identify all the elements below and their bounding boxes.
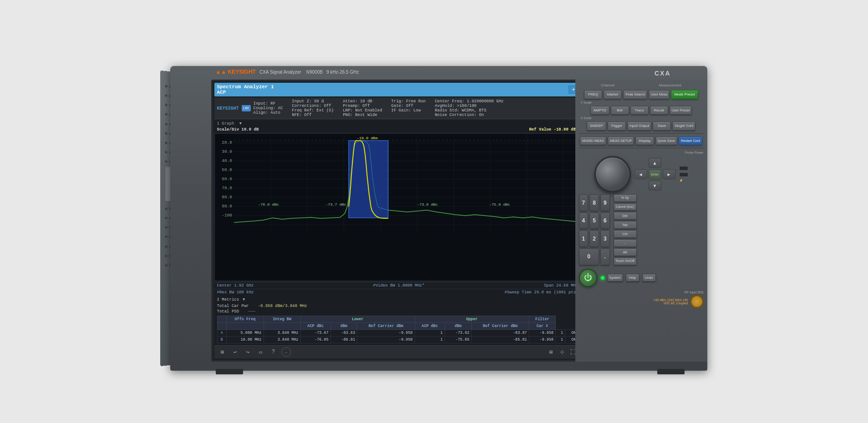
divider-2 (579, 148, 704, 148)
measurement-section-label: Measurement (659, 83, 681, 87)
num-8-button[interactable]: 8 (589, 194, 599, 211)
scale-ref-bar: Scale/Div 10.0 dB Ref Value -10.00 dBm (214, 127, 581, 132)
usb-port-1[interactable] (679, 166, 688, 171)
amptd-button[interactable]: AMPTD (590, 106, 609, 115)
num-5-button[interactable]: 5 (589, 212, 599, 229)
num-9-button[interactable]: 9 (600, 194, 610, 211)
num-7-button[interactable]: 7 (579, 194, 589, 211)
screen-area[interactable]: Spectrum Analyzer 1 ACP + KEYSIGHT LNX I… (211, 80, 584, 362)
sweep-button[interactable]: SWEEP (587, 121, 606, 131)
ref-value-label: Ref Value -10.00 dBm (529, 127, 578, 132)
nav-left-button[interactable]: ◄ (635, 169, 647, 179)
user-preset-button[interactable]: User Preset (670, 106, 692, 115)
display-button[interactable]: Display (635, 136, 654, 146)
usb-port-area: ⚡ (679, 166, 688, 182)
svg-text:70.0: 70.0 (222, 186, 232, 191)
table-row: B 10.00 MHz 3.840 MHz -76.05 -86.01 -9.9… (217, 337, 578, 343)
lower-dbm-header: dBm (330, 323, 357, 330)
acp-metrics-table: Offs Freq Integ BW Lower Upper Filter A (217, 316, 579, 343)
lnp: LNP: Not Enabled (343, 108, 382, 113)
ctrl-button[interactable]: Ctrl (614, 230, 637, 238)
alt-button[interactable]: Alt (614, 248, 637, 256)
meas-setup-button[interactable]: MEAS SETUP (608, 136, 634, 146)
rf-input-area: RF Input 50Ω +30 dBm (1W) MAX ±50 VDC AC… (579, 291, 704, 308)
svg-text:80.0: 80.0 (222, 195, 232, 200)
undo-button[interactable]: ↩ (231, 347, 240, 357)
power-button[interactable]: ⏻ (579, 269, 597, 287)
input-output-button[interactable]: Input/ Output (627, 121, 651, 131)
btn-row-2: AMPTD BW Trace Recall User Preset (579, 106, 704, 115)
spectrum-graph[interactable]: 20.0 30.0 40.0 50.0 60.0 70.0 80.0 90.0 … (214, 133, 581, 281)
taskbar-right: ⊞ ⊹ ⛶ (547, 347, 578, 357)
num-2-button[interactable]: 2 (589, 230, 599, 247)
chat-icon[interactable]: … (282, 347, 291, 357)
trace-button[interactable]: Trace (630, 106, 649, 115)
touch-onoff-button[interactable]: Touch On/Off (614, 257, 637, 265)
screen-title-bar[interactable]: Spectrum Analyzer 1 ACP + (214, 83, 581, 96)
single-cont-button[interactable]: Single/ Cont (672, 121, 695, 131)
svg-text:90.0: 90.0 (222, 204, 232, 209)
svg-rect-29 (349, 141, 388, 218)
nav-enter-button[interactable]: Enter (649, 169, 661, 179)
dot-button[interactable]: . (600, 248, 610, 265)
lower-dbm-cell: -86.01 (330, 337, 357, 343)
jog-dial[interactable] (594, 156, 631, 192)
num-4-button[interactable]: 4 (579, 212, 589, 229)
svg-text:-10.0 dBm: -10.0 dBm (357, 136, 378, 140)
instrument-model: CXA Signal Analyzer N9000B 9 kHz-26.5 GH… (259, 70, 359, 75)
restart-cont-button[interactable]: Restart Cont (679, 136, 702, 146)
num-3-button[interactable]: 3 (600, 230, 610, 247)
btn-row-3: SWEEP Trigger Input/ Output Save Single/… (579, 121, 704, 131)
mode-preset-button[interactable]: Mode Preset (671, 90, 698, 99)
model-display-label: CXA (655, 70, 671, 77)
pct-sp-button[interactable]: % Sp (614, 194, 637, 201)
total-metrics: Total Car Pwr -9.958 dBm/3.840 MHz Total… (217, 304, 579, 314)
marker-button[interactable]: Marker (604, 90, 622, 99)
redo-button[interactable]: ↪ (244, 347, 253, 357)
quick-save-button[interactable]: Quick Save (655, 136, 677, 146)
freq-button[interactable]: FREQ (584, 90, 602, 99)
preamp: Preamp: Off (343, 104, 382, 108)
num-1-button[interactable]: 1 (579, 230, 589, 247)
bw-button[interactable]: BW (611, 106, 629, 115)
system-button[interactable]: System (607, 274, 623, 282)
grid-view-button[interactable]: ⊞ (547, 347, 556, 357)
usb-port-2[interactable] (679, 172, 688, 177)
probe-power-section: Probe Power (579, 151, 704, 154)
analyzer-mode-label: Spectrum Analyzer 1 ACP (217, 84, 569, 95)
del-button[interactable]: Del (614, 212, 637, 220)
trigger-button[interactable]: Trigger (608, 121, 626, 131)
folder-button[interactable]: ▭ (256, 347, 265, 357)
svg-text:50.0: 50.0 (222, 167, 232, 172)
peak-search-button[interactable]: Peak Search (623, 90, 647, 99)
row-label: B (217, 337, 227, 343)
nav-down-button[interactable]: ▼ (649, 181, 661, 191)
help-button[interactable]: ? (269, 347, 278, 357)
metrics-section: 2 Metrics ▼ Total Car Pwr -9.958 dBm/3.8… (214, 296, 581, 345)
cancel-esc-button[interactable]: Cancel (Esc) (614, 203, 637, 211)
cursor-button[interactable]: ⊹ (558, 347, 567, 357)
trig: Trig: Free Run (391, 99, 426, 104)
nav-right-button[interactable]: ► (663, 169, 675, 179)
tab-button[interactable]: Tab (614, 221, 637, 229)
windows-button[interactable]: ⊞ (218, 347, 227, 357)
lower-ref-header: Ref Carrier dBm (357, 323, 415, 330)
help-ctrl-button[interactable]: Help (626, 274, 640, 282)
lower-dbc-cell: -73.67 (300, 330, 330, 337)
minus-button[interactable]: - (614, 239, 637, 247)
center-freq-info: Center Freq: 1.920000000 GHz (435, 99, 503, 104)
mode-meas-button[interactable]: MODE/ MEAS (580, 136, 606, 146)
rf-connector[interactable] (690, 295, 704, 308)
recall-button[interactable]: Recall (650, 106, 668, 115)
num-6-button[interactable]: 6 (600, 212, 610, 229)
dial-area (594, 156, 631, 192)
dial-nav-area: ▲ ◄ Enter ► ▼ ⚡ (579, 156, 704, 192)
undo-ctrl-button[interactable]: Undo (642, 274, 656, 282)
nav-empty-tl (635, 158, 647, 168)
user-meas-button[interactable]: User Meas (649, 90, 670, 99)
num-0-button[interactable]: 0 (579, 248, 599, 265)
svg-text:-76.0 dBc: -76.0 dBc (258, 202, 279, 206)
nav-up-button[interactable]: ▲ (649, 158, 661, 168)
save-button[interactable]: Save (653, 121, 671, 131)
corrections: Corrections: Off (292, 104, 334, 108)
